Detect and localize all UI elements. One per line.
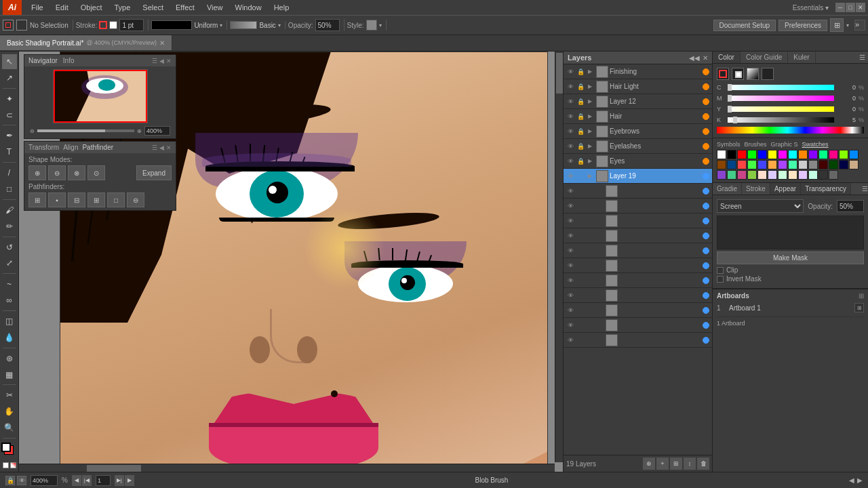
layer-lock-toggle[interactable] xyxy=(576,246,585,256)
layer-visibility-toggle[interactable]: 👁 xyxy=(565,141,576,152)
swatch-item[interactable] xyxy=(808,160,818,169)
layer-visibility-toggle[interactable]: 👁 xyxy=(565,186,576,197)
swatch-item[interactable] xyxy=(798,150,808,159)
layer-lock-toggle[interactable] xyxy=(576,306,585,315)
m-slider[interactable] xyxy=(728,96,834,101)
prev-artboard-btn[interactable]: ◀ xyxy=(72,475,81,486)
layer-expand-btn[interactable] xyxy=(595,291,604,300)
layer-visibility-toggle[interactable]: 👁 xyxy=(565,126,576,137)
menu-type[interactable]: Type xyxy=(109,2,136,13)
rect-tool-btn[interactable]: □ xyxy=(2,182,17,197)
unite-btn[interactable]: ⊕ xyxy=(28,165,46,180)
menu-object[interactable]: Object xyxy=(75,2,108,13)
layer-expand-btn[interactable] xyxy=(595,231,604,241)
paintbrush-tool-btn[interactable]: 🖌 xyxy=(2,203,17,218)
line-tool-btn[interactable]: / xyxy=(2,165,17,180)
slice-tool-btn[interactable]: ✂ xyxy=(2,388,17,403)
layer-expand-btn[interactable] xyxy=(595,261,604,270)
color-tab[interactable]: Color xyxy=(713,52,741,63)
color-none-icon[interactable] xyxy=(762,68,774,80)
layer-row[interactable]: 👁 xyxy=(564,214,712,228)
layer-row[interactable]: 👁 🔒 ▶ Finishing xyxy=(564,64,712,79)
menu-file[interactable]: File xyxy=(26,2,49,13)
pf-menu-btn[interactable]: ☰ xyxy=(152,144,157,151)
swatch-item[interactable] xyxy=(737,150,747,159)
direct-select-tool-btn[interactable]: ↗ xyxy=(2,70,17,85)
layer-expand-btn[interactable] xyxy=(595,186,604,196)
graphic-styles-tab[interactable]: Graphic S xyxy=(771,141,798,148)
first-artboard-btn[interactable]: |◀ xyxy=(82,475,92,486)
layer-row[interactable]: 👁 xyxy=(564,333,712,348)
layer-lock-toggle[interactable]: 🔒 xyxy=(576,142,585,151)
layer-visibility-toggle[interactable]: 👁 xyxy=(565,335,576,346)
swatch-item[interactable] xyxy=(808,170,818,180)
swatch-item[interactable] xyxy=(757,150,767,159)
swatch-item[interactable] xyxy=(768,160,777,169)
layer-row[interactable]: 👁 xyxy=(564,243,712,258)
layer-lock-toggle[interactable] xyxy=(576,261,585,270)
layer-expand-btn[interactable] xyxy=(595,276,604,285)
swatch-item[interactable] xyxy=(747,160,757,169)
layer-expand-btn[interactable] xyxy=(595,246,604,256)
status-arrow-right[interactable]: ▶ xyxy=(857,476,863,484)
layer-expand-btn[interactable]: ▶ xyxy=(585,112,595,121)
layers-move-btn[interactable]: ↕ xyxy=(684,458,696,470)
swatch-item[interactable] xyxy=(818,170,828,180)
pencil-tool-btn[interactable]: ✏ xyxy=(2,219,17,234)
layer-lock-toggle[interactable] xyxy=(576,186,585,196)
layers-duplicate-btn[interactable]: ⊞ xyxy=(670,458,682,470)
swatch-item[interactable] xyxy=(717,170,726,180)
symbols-tab[interactable]: Symbols xyxy=(717,141,741,148)
menu-effect[interactable]: Effect xyxy=(170,2,200,13)
document-setup-btn[interactable]: Document Setup xyxy=(713,20,776,31)
menu-help[interactable]: Help xyxy=(269,2,295,13)
swatch-item[interactable] xyxy=(778,160,787,169)
swatch-item[interactable] xyxy=(798,160,808,169)
swatch-item[interactable] xyxy=(757,170,767,180)
layer-lock-toggle[interactable] xyxy=(576,276,585,285)
hand-tool-btn[interactable]: ✋ xyxy=(2,404,17,419)
layer-visibility-toggle[interactable]: 👁 xyxy=(565,305,576,316)
menu-view[interactable]: View xyxy=(201,2,229,13)
swatch-item[interactable] xyxy=(737,170,747,180)
layer-row[interactable]: 👁 ▶ Layer 19 xyxy=(564,169,712,184)
layer-row[interactable]: 👁 xyxy=(564,184,712,199)
stroke-tab[interactable]: Stroke xyxy=(742,183,770,195)
layer-expand-btn[interactable] xyxy=(595,321,604,330)
swatch-item[interactable] xyxy=(798,170,808,180)
c-slider[interactable] xyxy=(728,85,834,90)
layer-visibility-toggle[interactable]: 👁 xyxy=(565,171,576,182)
invert-mask-checkbox[interactable] xyxy=(717,276,724,283)
exclude-btn[interactable]: ⊙ xyxy=(87,165,105,180)
color-stroke-icon[interactable] xyxy=(732,68,744,80)
gradient-tool-btn[interactable]: ◫ xyxy=(2,314,17,329)
swatch-item[interactable] xyxy=(818,160,828,169)
layer-visibility-toggle[interactable]: 👁 xyxy=(565,66,576,77)
layer-expand-btn[interactable]: ▶ xyxy=(585,127,595,136)
status-arrow-left[interactable]: ◀ xyxy=(849,476,854,484)
layer-row[interactable]: 👁 xyxy=(564,318,712,333)
pathfinder-tab[interactable]: Pathfinder xyxy=(82,144,113,151)
layer-lock-toggle[interactable] xyxy=(576,171,585,181)
color-guide-tab[interactable]: Color Guide xyxy=(741,52,788,63)
layer-row[interactable]: 👁 xyxy=(564,258,712,273)
lock-icon[interactable]: 🔒 xyxy=(5,476,15,485)
layer-visibility-toggle[interactable]: 👁 xyxy=(565,81,576,92)
pf-collapse-btn[interactable]: ◀ xyxy=(159,144,164,151)
fill-stroke-widget[interactable] xyxy=(1,443,18,459)
opacity-input[interactable] xyxy=(315,19,340,31)
swatch-item[interactable] xyxy=(808,150,818,159)
magic-wand-tool-btn[interactable]: ✦ xyxy=(2,92,17,106)
menu-window[interactable]: Window xyxy=(230,2,267,13)
artboard-name[interactable]: Artboard 1 xyxy=(729,304,852,312)
k-slider[interactable] xyxy=(728,117,834,123)
swatch-item[interactable] xyxy=(839,150,848,159)
gradient-btn[interactable] xyxy=(10,462,16,468)
select-tool-btn[interactable]: ↖ xyxy=(2,54,17,69)
layer-row[interactable]: 👁 🔒 ▶ Hair xyxy=(564,109,712,124)
swatch-item[interactable] xyxy=(788,150,797,159)
layer-row[interactable]: 👁 🔒 ▶ Hair Light xyxy=(564,79,712,94)
layer-visibility-toggle[interactable]: 👁 xyxy=(565,96,576,107)
type-tool-btn[interactable]: T xyxy=(2,144,17,159)
blend-tool-btn[interactable]: ∞ xyxy=(2,293,17,308)
